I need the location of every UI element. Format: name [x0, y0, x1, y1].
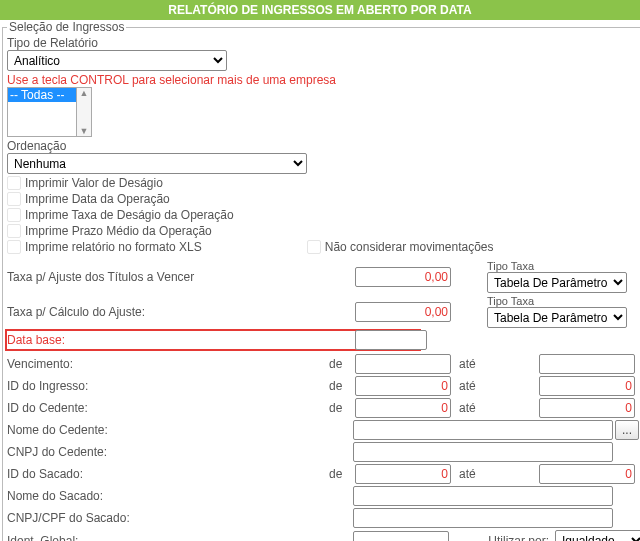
- control-hint: Use a tecla CONTROL para selecionar mais…: [7, 73, 640, 87]
- id-cedente-de-input[interactable]: [355, 398, 451, 418]
- id-cedente-ate-input[interactable]: [539, 398, 635, 418]
- id-ingresso-ate-label: até: [455, 379, 537, 393]
- cnpj-sacado-label: CNPJ/CPF do Sacado:: [7, 511, 351, 525]
- taxa-calculo-input[interactable]: [355, 302, 451, 322]
- empresas-scrollbar[interactable]: ▲ ▼: [77, 87, 92, 137]
- cb-valor-desagio-label: Imprimir Valor de Deságio: [25, 176, 163, 190]
- ident-global-util-select[interactable]: Igualdade: [555, 530, 640, 541]
- cb-valor-desagio[interactable]: [7, 176, 21, 190]
- id-sacado-ate-input[interactable]: [539, 464, 635, 484]
- cb-formato-xls[interactable]: [7, 240, 21, 254]
- nome-cedente-browse-button[interactable]: ...: [615, 420, 639, 440]
- taxa-calculo-label: Taxa p/ Cálculo do Ajuste:: [7, 305, 327, 319]
- data-base-input[interactable]: [355, 330, 427, 350]
- ident-global-util-label: Utilizar por:: [453, 534, 553, 542]
- tipo-relatorio-select[interactable]: Analítico: [7, 50, 227, 71]
- vencimento-ate-label: até: [455, 357, 537, 371]
- nome-cedente-label: Nome do Cedente:: [7, 423, 351, 437]
- scroll-up-icon[interactable]: ▲: [77, 88, 91, 98]
- id-ingresso-de-input[interactable]: [355, 376, 451, 396]
- vencimento-label: Vencimento:: [7, 357, 327, 371]
- cb-taxa-desagio[interactable]: [7, 208, 21, 222]
- cb-nao-considerar-label: Não considerar movimentações: [325, 240, 494, 254]
- vencimento-ate-input[interactable]: [539, 354, 635, 374]
- cb-prazo-medio[interactable]: [7, 224, 21, 238]
- data-base-label: Data base:: [7, 333, 327, 347]
- id-cedente-de-label: de: [329, 401, 353, 415]
- ordenacao-label: Ordenação: [7, 139, 640, 153]
- id-sacado-de-label: de: [329, 467, 353, 481]
- taxa-ajuste-input[interactable]: [355, 267, 451, 287]
- vencimento-de-label: de: [329, 357, 353, 371]
- id-sacado-de-input[interactable]: [355, 464, 451, 484]
- cb-data-operacao[interactable]: [7, 192, 21, 206]
- id-cedente-label: ID do Cedente:: [7, 401, 327, 415]
- cb-data-operacao-label: Imprime Data da Operação: [25, 192, 170, 206]
- selecao-ingressos-fieldset: Seleção de Ingressos Tipo de Relatório A…: [2, 20, 640, 541]
- cnpj-cedente-input[interactable]: [353, 442, 613, 462]
- id-ingresso-ate-input[interactable]: [539, 376, 635, 396]
- tipo-taxa-select-2[interactable]: Tabela De Parâmetros: [487, 307, 627, 328]
- id-sacado-label: ID do Sacado:: [7, 467, 327, 481]
- vencimento-de-input[interactable]: [355, 354, 451, 374]
- cb-formato-xls-label: Imprime relatório no formato XLS: [25, 240, 202, 254]
- taxa-ajuste-label: Taxa p/ Ajuste dos Títulos a Vencer: [7, 270, 327, 284]
- cb-nao-considerar[interactable]: [307, 240, 321, 254]
- id-ingresso-de-label: de: [329, 379, 353, 393]
- ident-global-label: Ident. Global:: [7, 534, 351, 542]
- id-sacado-ate-label: até: [455, 467, 537, 481]
- cb-taxa-desagio-label: Imprime Taxa de Deságio da Operação: [25, 208, 234, 222]
- id-ingresso-label: ID do Ingresso:: [7, 379, 327, 393]
- cb-prazo-medio-label: Imprime Prazo Médio da Operação: [25, 224, 212, 238]
- empresas-option-todas[interactable]: -- Todas --: [8, 88, 76, 102]
- empresas-multiselect[interactable]: -- Todas -- ▲ ▼: [7, 87, 640, 137]
- ident-global-input[interactable]: [353, 531, 449, 542]
- ordenacao-select[interactable]: Nenhuma: [7, 153, 307, 174]
- tipo-relatorio-label: Tipo de Relatório: [7, 36, 640, 50]
- tipo-taxa-label-1: Tipo Taxa: [487, 260, 640, 272]
- nome-sacado-input[interactable]: [353, 486, 613, 506]
- id-cedente-ate-label: até: [455, 401, 537, 415]
- cnpj-cedente-label: CNPJ do Cedente:: [7, 445, 351, 459]
- page-title: RELATÓRIO DE INGRESSOS EM ABERTO POR DAT…: [0, 0, 640, 20]
- nome-sacado-label: Nome do Sacado:: [7, 489, 351, 503]
- tipo-taxa-label-2: Tipo Taxa: [487, 295, 640, 307]
- nome-cedente-input[interactable]: [353, 420, 613, 440]
- scroll-down-icon[interactable]: ▼: [77, 126, 91, 136]
- tipo-taxa-select-1[interactable]: Tabela De Parâmetros: [487, 272, 627, 293]
- cnpj-sacado-input[interactable]: [353, 508, 613, 528]
- fieldset-legend: Seleção de Ingressos: [7, 20, 126, 34]
